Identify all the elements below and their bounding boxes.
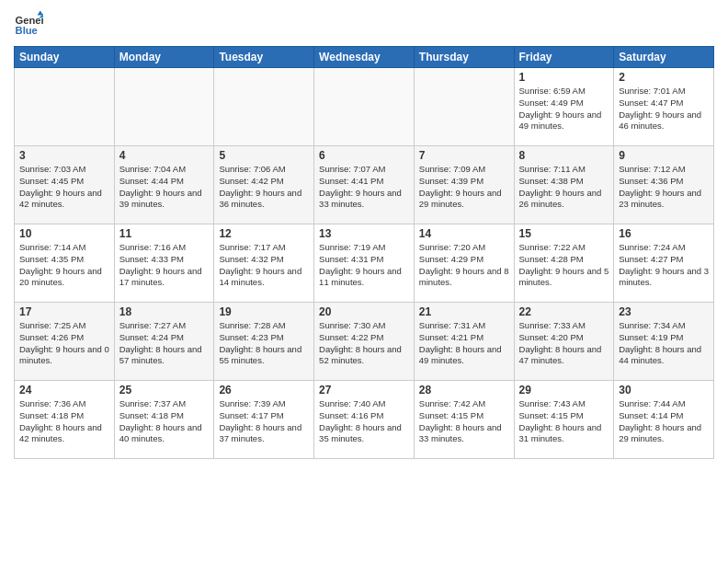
- svg-text:General: General: [16, 15, 43, 26]
- day-number: 20: [319, 305, 409, 318]
- col-header-wednesday: Wednesday: [314, 47, 415, 68]
- calendar-cell: [214, 68, 314, 146]
- day-number: 27: [319, 384, 409, 396]
- day-number: 13: [319, 227, 409, 240]
- day-number: 2: [619, 71, 709, 84]
- day-info: Sunrise: 7:30 AMSunset: 4:22 PMDaylight:…: [319, 320, 409, 367]
- svg-marker-2: [38, 11, 43, 16]
- calendar-table: SundayMondayTuesdayWednesdayThursdayFrid…: [14, 46, 714, 459]
- calendar-cell: 5Sunrise: 7:06 AMSunset: 4:42 PMDaylight…: [214, 146, 314, 224]
- day-number: 10: [19, 227, 109, 240]
- week-row-5: 24Sunrise: 7:36 AMSunset: 4:18 PMDayligh…: [15, 381, 714, 459]
- day-info: Sunrise: 7:14 AMSunset: 4:35 PMDaylight:…: [19, 242, 109, 289]
- day-number: 29: [519, 384, 609, 396]
- day-info: Sunrise: 7:25 AMSunset: 4:26 PMDaylight:…: [19, 320, 109, 367]
- day-info: Sunrise: 7:17 AMSunset: 4:32 PMDaylight:…: [219, 242, 309, 289]
- week-row-1: 1Sunrise: 6:59 AMSunset: 4:49 PMDaylight…: [15, 68, 714, 146]
- day-number: 7: [419, 149, 509, 162]
- calendar-cell: 10Sunrise: 7:14 AMSunset: 4:35 PMDayligh…: [15, 224, 115, 303]
- calendar-header-row: SundayMondayTuesdayWednesdayThursdayFrid…: [15, 47, 714, 68]
- calendar-cell: 16Sunrise: 7:24 AMSunset: 4:27 PMDayligh…: [614, 224, 714, 303]
- day-info: Sunrise: 7:31 AMSunset: 4:21 PMDaylight:…: [419, 320, 509, 367]
- calendar-cell: 7Sunrise: 7:09 AMSunset: 4:39 PMDaylight…: [414, 146, 514, 224]
- day-number: 25: [119, 384, 210, 396]
- day-info: Sunrise: 7:37 AMSunset: 4:18 PMDaylight:…: [119, 398, 210, 445]
- day-info: Sunrise: 7:09 AMSunset: 4:39 PMDaylight:…: [419, 164, 509, 211]
- day-number: 14: [419, 227, 509, 240]
- col-header-sunday: Sunday: [15, 47, 115, 68]
- logo-icon: General Blue: [14, 9, 43, 39]
- day-info: Sunrise: 7:16 AMSunset: 4:33 PMDaylight:…: [119, 242, 210, 289]
- calendar-cell: 23Sunrise: 7:34 AMSunset: 4:19 PMDayligh…: [614, 303, 714, 381]
- col-header-monday: Monday: [114, 47, 214, 68]
- day-number: 22: [519, 305, 609, 318]
- calendar-cell: 25Sunrise: 7:37 AMSunset: 4:18 PMDayligh…: [114, 381, 214, 459]
- day-number: 4: [119, 149, 210, 162]
- calendar-cell: 29Sunrise: 7:43 AMSunset: 4:15 PMDayligh…: [514, 381, 614, 459]
- calendar-cell: [414, 68, 514, 146]
- day-info: Sunrise: 6:59 AMSunset: 4:49 PMDaylight:…: [519, 86, 609, 132]
- calendar-cell: 27Sunrise: 7:40 AMSunset: 4:16 PMDayligh…: [314, 381, 415, 459]
- calendar-cell: 20Sunrise: 7:30 AMSunset: 4:22 PMDayligh…: [314, 303, 415, 381]
- day-number: 5: [219, 149, 309, 162]
- day-number: 26: [219, 384, 309, 396]
- week-row-3: 10Sunrise: 7:14 AMSunset: 4:35 PMDayligh…: [15, 224, 714, 303]
- col-header-thursday: Thursday: [414, 47, 514, 68]
- day-info: Sunrise: 7:22 AMSunset: 4:28 PMDaylight:…: [519, 242, 609, 289]
- calendar-cell: 30Sunrise: 7:44 AMSunset: 4:14 PMDayligh…: [614, 381, 714, 459]
- day-number: 24: [19, 384, 109, 396]
- day-number: 28: [419, 384, 509, 396]
- day-info: Sunrise: 7:11 AMSunset: 4:38 PMDaylight:…: [519, 164, 609, 211]
- day-info: Sunrise: 7:27 AMSunset: 4:24 PMDaylight:…: [119, 320, 210, 367]
- calendar-cell: 17Sunrise: 7:25 AMSunset: 4:26 PMDayligh…: [15, 303, 115, 381]
- day-info: Sunrise: 7:42 AMSunset: 4:15 PMDaylight:…: [419, 398, 509, 445]
- day-number: 19: [219, 305, 309, 318]
- day-info: Sunrise: 7:06 AMSunset: 4:42 PMDaylight:…: [219, 164, 309, 211]
- day-number: 30: [619, 384, 709, 396]
- col-header-friday: Friday: [514, 47, 614, 68]
- day-info: Sunrise: 7:44 AMSunset: 4:14 PMDaylight:…: [619, 398, 709, 445]
- col-header-saturday: Saturday: [614, 47, 714, 68]
- day-number: 18: [119, 305, 210, 318]
- day-number: 23: [619, 305, 709, 318]
- calendar-cell: 2Sunrise: 7:01 AMSunset: 4:47 PMDaylight…: [614, 68, 714, 146]
- calendar-cell: 24Sunrise: 7:36 AMSunset: 4:18 PMDayligh…: [15, 381, 115, 459]
- calendar-cell: 8Sunrise: 7:11 AMSunset: 4:38 PMDaylight…: [514, 146, 614, 224]
- day-info: Sunrise: 7:24 AMSunset: 4:27 PMDaylight:…: [619, 242, 709, 289]
- page-header: General Blue: [14, 9, 714, 39]
- day-info: Sunrise: 7:20 AMSunset: 4:29 PMDaylight:…: [419, 242, 509, 289]
- day-number: 12: [219, 227, 309, 240]
- day-number: 15: [519, 227, 609, 240]
- day-info: Sunrise: 7:39 AMSunset: 4:17 PMDaylight:…: [219, 398, 309, 445]
- day-info: Sunrise: 7:28 AMSunset: 4:23 PMDaylight:…: [219, 320, 309, 367]
- day-info: Sunrise: 7:43 AMSunset: 4:15 PMDaylight:…: [519, 398, 609, 445]
- day-info: Sunrise: 7:07 AMSunset: 4:41 PMDaylight:…: [319, 164, 409, 211]
- day-info: Sunrise: 7:34 AMSunset: 4:19 PMDaylight:…: [619, 320, 709, 367]
- day-number: 11: [119, 227, 210, 240]
- day-number: 8: [519, 149, 609, 162]
- calendar-cell: [114, 68, 214, 146]
- week-row-4: 17Sunrise: 7:25 AMSunset: 4:26 PMDayligh…: [15, 303, 714, 381]
- calendar-cell: [314, 68, 415, 146]
- calendar-cell: 28Sunrise: 7:42 AMSunset: 4:15 PMDayligh…: [414, 381, 514, 459]
- calendar-cell: 18Sunrise: 7:27 AMSunset: 4:24 PMDayligh…: [114, 303, 214, 381]
- day-number: 16: [619, 227, 709, 240]
- calendar-cell: 11Sunrise: 7:16 AMSunset: 4:33 PMDayligh…: [114, 224, 214, 303]
- svg-text:Blue: Blue: [16, 25, 38, 36]
- calendar-cell: [15, 68, 115, 146]
- day-info: Sunrise: 7:12 AMSunset: 4:36 PMDaylight:…: [619, 164, 709, 211]
- day-info: Sunrise: 7:03 AMSunset: 4:45 PMDaylight:…: [19, 164, 109, 211]
- calendar-cell: 26Sunrise: 7:39 AMSunset: 4:17 PMDayligh…: [214, 381, 314, 459]
- calendar-cell: 21Sunrise: 7:31 AMSunset: 4:21 PMDayligh…: [414, 303, 514, 381]
- week-row-2: 3Sunrise: 7:03 AMSunset: 4:45 PMDaylight…: [15, 146, 714, 224]
- calendar-cell: 12Sunrise: 7:17 AMSunset: 4:32 PMDayligh…: [214, 224, 314, 303]
- calendar-cell: 15Sunrise: 7:22 AMSunset: 4:28 PMDayligh…: [514, 224, 614, 303]
- calendar-cell: 19Sunrise: 7:28 AMSunset: 4:23 PMDayligh…: [214, 303, 314, 381]
- col-header-tuesday: Tuesday: [214, 47, 314, 68]
- day-info: Sunrise: 7:19 AMSunset: 4:31 PMDaylight:…: [319, 242, 409, 289]
- calendar-cell: 6Sunrise: 7:07 AMSunset: 4:41 PMDaylight…: [314, 146, 415, 224]
- day-number: 1: [519, 71, 609, 84]
- day-number: 3: [19, 149, 109, 162]
- logo: General Blue: [14, 9, 47, 39]
- calendar-cell: 9Sunrise: 7:12 AMSunset: 4:36 PMDaylight…: [614, 146, 714, 224]
